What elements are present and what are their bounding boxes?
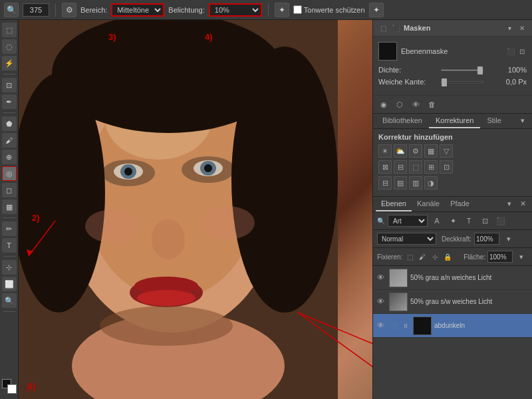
dichte-slider[interactable] <box>441 69 483 71</box>
blend-mode-select[interactable]: Normal Multiplizieren Weiches Licht <box>377 233 436 245</box>
tabs-collapse-icon[interactable]: ▾ <box>516 114 529 127</box>
fix-lock-icon[interactable]: 🔒 <box>442 251 453 262</box>
airbrush-icon[interactable]: ✦ <box>275 3 289 17</box>
deckkraft-input[interactable] <box>474 233 499 245</box>
tab-pfade[interactable]: Pfade <box>445 197 475 211</box>
layer-2-thumb <box>389 293 408 311</box>
tab-bibliotheken[interactable]: Bibliotheken <box>376 114 429 128</box>
deckkraft-label: Deckkraft: <box>442 235 471 243</box>
fix-brush-icon[interactable]: 🖌 <box>417 251 428 262</box>
layer-1-eye-icon[interactable]: 👁 <box>377 273 386 283</box>
korr-selective-icon[interactable]: ⊟ <box>378 176 392 190</box>
tab-stile[interactable]: Stile <box>480 114 507 128</box>
mask-select-icon[interactable]: ◉ <box>377 98 390 111</box>
tool-eraser[interactable]: ◻ <box>2 183 17 198</box>
tool-pen[interactable]: ✏ <box>2 221 17 236</box>
deckkraft-arrow[interactable]: ▾ <box>502 232 515 245</box>
layers-collapse-icon[interactable]: ▾ <box>503 197 516 210</box>
layer-2-name: 50% grau s/w weiches Licht <box>410 298 528 305</box>
flaeche-arrow[interactable]: ▾ <box>515 250 528 263</box>
tool-sep-4 <box>3 256 15 257</box>
flaeche-input[interactable] <box>487 251 513 263</box>
korr-brightness-icon[interactable]: ☀ <box>378 144 392 158</box>
bereich-select[interactable]: Mitteltöne Lichter Tiefen <box>111 3 164 17</box>
magnifier-tool-icon[interactable]: 🔍 <box>4 3 19 17</box>
filter-color-icon[interactable]: ⬛ <box>494 214 507 227</box>
tool-lasso[interactable]: ◌ <box>2 39 17 54</box>
korr-curves-icon[interactable]: ⛅ <box>394 144 407 158</box>
korr-photo-icon[interactable]: ⬚ <box>409 160 422 174</box>
tool-move[interactable]: ⊹ <box>2 260 17 275</box>
svg-point-13 <box>152 219 185 259</box>
tool-gradient[interactable]: ▦ <box>2 200 17 214</box>
tool-option-icon[interactable]: ⚙ <box>62 3 76 17</box>
mask-filter-icon[interactable]: ⬡ <box>393 98 406 111</box>
tool-dodge[interactable]: ◎ <box>2 166 17 181</box>
tool-shape[interactable]: ⬜ <box>2 277 17 291</box>
layers-list: 👁 50% grau a/n weiches Licht 👁 50% grau … <box>373 266 532 399</box>
tool-brush[interactable]: 🖌 <box>2 133 17 148</box>
weiche-slider[interactable] <box>441 81 483 83</box>
korr-threshold-icon[interactable]: ▤ <box>394 176 407 190</box>
zoom-input[interactable]: 375 <box>23 3 49 17</box>
separator-2 <box>268 3 269 17</box>
filter-name-icon[interactable]: A <box>430 214 444 227</box>
tool-patch[interactable]: ⬟ <box>2 116 17 131</box>
filter-mode-icon[interactable]: T <box>462 214 475 227</box>
masks-collapse-icon[interactable]: ▾ <box>505 23 514 33</box>
tab-korrekturen[interactable]: Korrekturen <box>429 114 480 128</box>
korr-levels-icon[interactable]: ⚙ <box>409 144 422 158</box>
extra-tool-icon[interactable]: ✦ <box>369 3 384 17</box>
belichtung-select[interactable]: 10% 20% 50% <box>209 3 262 17</box>
svg-point-19 <box>231 47 338 313</box>
korr-colorbal-icon[interactable]: ▽ <box>440 144 453 158</box>
fix-checkered-icon[interactable]: ⬚ <box>404 251 415 262</box>
tool-wand[interactable]: ⚡ <box>2 56 17 70</box>
masks-close-icon[interactable]: ✕ <box>517 23 527 33</box>
dichte-value: 100% <box>486 66 527 74</box>
ebene-icons: ⬛ ⊡ <box>506 47 527 56</box>
korr-vibrance-icon[interactable]: ⊠ <box>378 160 392 174</box>
tab-kanale[interactable]: Kanäle <box>412 197 445 211</box>
tonwerte-label: Tonwerte schützen <box>304 6 365 14</box>
filter-effect-icon[interactable]: ✦ <box>446 214 460 227</box>
fix-move-icon[interactable]: ⊹ <box>430 251 440 262</box>
tool-marquee[interactable]: ⬚ <box>2 23 17 37</box>
tool-zoom[interactable]: 🔍 <box>2 293 17 308</box>
mask-trash-icon[interactable]: 🗑 <box>425 98 438 111</box>
layers-close-icon[interactable]: ✕ <box>516 197 529 210</box>
layer-2-eye-icon[interactable]: 👁 <box>377 297 386 307</box>
annotation-1: 1) <box>28 381 36 391</box>
mask-link-icon[interactable]: ⊡ <box>517 47 527 56</box>
layer-3-thumb <box>413 317 432 335</box>
tool-text[interactable]: T <box>2 238 17 253</box>
color-picker[interactable] <box>2 379 17 394</box>
layer-item-3[interactable]: 👁 ⬚ 8 abdunkeln <box>373 314 532 338</box>
korr-posterize-icon[interactable]: ▥ <box>409 176 422 190</box>
korrekturen-panel: Korrektur hinzufügen ☀ ⛅ ⚙ ▦ ▽ ⊠ ⊟ ⬚ ⊞ ⊡… <box>373 129 532 197</box>
tool-clone[interactable]: ⊕ <box>2 150 17 164</box>
masks-content: Ebenenmaske ⬛ ⊡ Dichte: 100% Weiche Kant <box>373 37 532 95</box>
masks-panel-icon: ⬚ <box>378 23 388 33</box>
korr-hue-icon[interactable]: ▦ <box>424 144 438 158</box>
layer-3-eye-icon[interactable]: 👁 <box>377 321 386 331</box>
tool-eyedropper[interactable]: ✒ <box>2 94 17 109</box>
filter-attr-icon[interactable]: ⊡ <box>478 214 491 227</box>
korr-bw-icon[interactable]: ⊟ <box>394 160 407 174</box>
tab-ebenen[interactable]: Ebenen <box>376 197 412 211</box>
tool-crop[interactable]: ⊡ <box>2 78 17 92</box>
tonwerte-checkbox[interactable] <box>293 5 302 14</box>
background-color[interactable] <box>7 384 17 394</box>
korr-channel-icon[interactable]: ⊞ <box>424 160 438 174</box>
korr-invert-icon[interactable]: ◑ <box>424 176 438 190</box>
mask-eye-icon[interactable]: 👁 <box>409 98 422 111</box>
search-icon: 🔍 <box>377 217 385 225</box>
layer-item-2[interactable]: 👁 50% grau s/w weiches Licht <box>373 290 532 314</box>
mask-pixel-icon[interactable]: ⬛ <box>506 47 515 56</box>
layer-item-1[interactable]: 👁 50% grau a/n weiches Licht <box>373 266 532 290</box>
upper-tabs: Bibliotheken Korrekturen Stile ▾ <box>373 114 532 129</box>
dichte-row: Dichte: 100% <box>378 66 527 74</box>
layers-type-select[interactable]: Art <box>388 215 428 227</box>
svg-point-12 <box>204 164 212 172</box>
korr-gradient-icon[interactable]: ⊡ <box>440 160 453 174</box>
